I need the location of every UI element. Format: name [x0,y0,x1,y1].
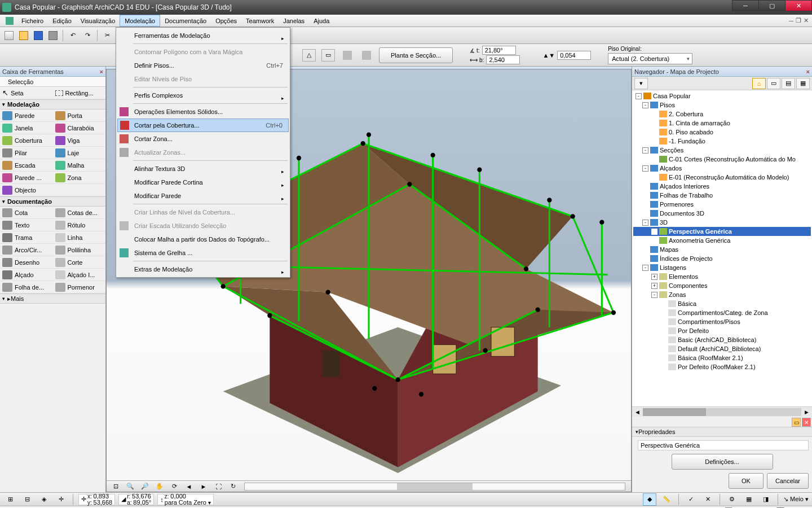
menu-documentação[interactable]: Documentação [160,15,211,27]
grid-toggle[interactable]: ⊞ [3,493,17,506]
mdi-restore-button[interactable]: ❐ [796,17,801,24]
tool-Polilinha[interactable]: Polilinha [53,244,106,256]
tree-item[interactable]: Por Defeito (RoofMaker 2.1) [633,362,811,371]
tool-Arco/Cir...[interactable]: Arco/Cir... [0,244,53,256]
new-button[interactable] [2,29,16,42]
tree-item[interactable]: Pormenores [633,200,811,209]
tree-item[interactable]: Por Defeito [633,326,811,335]
tool-Trama[interactable]: Trama [0,231,53,244]
tree-item[interactable]: -3D [633,218,811,227]
menu-modelação[interactable]: Modelação [120,15,160,27]
arrow-tool[interactable]: ↖Seta [0,87,53,99]
zoom-in-icon[interactable]: 🔍 [123,480,137,493]
menu-item[interactable]: Colocar Malha a partir dos Dados do Topó… [117,233,289,246]
settings-button[interactable]: Definições... [672,454,773,470]
tool-Pilar[interactable]: Pilar [0,147,53,159]
tree-item[interactable]: -1. Fundação [633,137,811,146]
close-icon[interactable]: × [806,68,810,75]
view-name-field[interactable]: Perspectiva Genérica [638,440,809,450]
tree-item[interactable]: 0. Piso acabado [633,128,811,137]
tree-item[interactable]: Folhas de Trabalho [633,191,811,200]
tool-icon-2[interactable] [360,49,373,62]
tool-Cota[interactable]: Cota [0,207,53,219]
tree-item[interactable]: Basic (ArchiCAD_Biblioteca) [633,335,811,344]
tree-item[interactable]: Documentos 3D [633,209,811,218]
menu-item[interactable]: Sistema de Grelha ... [117,246,289,260]
ok-button[interactable]: OK [729,473,764,489]
tool-Cobertura[interactable]: Cobertura [0,134,53,147]
tool-Porta[interactable]: Porta [53,110,106,122]
tree-item[interactable]: +Elementos [633,272,811,281]
tool-Parede[interactable]: Parede [0,110,53,122]
section-method-button[interactable]: △ [302,49,316,62]
tool-Desenho[interactable]: Desenho [0,256,53,269]
gear-icon[interactable]: ⚙ [725,493,739,506]
model-icon[interactable]: ◨ [759,493,773,506]
tool-Zona[interactable]: Zona [53,172,106,184]
undo-button[interactable]: ↶ [66,29,80,42]
menu-edição[interactable]: Edição [48,15,76,27]
fit-icon[interactable]: ⛶ [211,480,225,493]
dist-field[interactable]: 2,540 [486,55,520,64]
menu-visualização[interactable]: Visualização [76,15,120,27]
prev-view-icon[interactable]: ◄ [182,480,196,493]
doc-category[interactable]: Documentação [0,196,105,207]
tool-Alçado[interactable]: Alçado [0,269,53,281]
menu-opções[interactable]: Opções [211,15,241,27]
tool-Clarabóia[interactable]: Clarabóia [53,122,106,134]
model-category[interactable]: Modelação [0,99,105,110]
menu-item[interactable]: Extras de Modelação [117,262,289,276]
menu-ajuda[interactable]: Ajuda [309,15,334,27]
tool-Laje[interactable]: Laje [53,147,106,159]
mdi-close-button[interactable]: ✕ [804,17,809,24]
tree-scrollbar[interactable]: ◄► [632,406,812,417]
polar-coords[interactable]: ◢ r: 53,676a: 89,05° [118,494,154,505]
menu-janelas[interactable]: Janelas [279,15,309,27]
properties-header[interactable]: Propriedades [632,427,812,437]
display-mode-button[interactable]: ▭ [321,49,335,62]
marquee-tool[interactable]: Rectâng... [53,87,106,99]
tool-Cotas de...[interactable]: Cotas de... [53,207,106,219]
refresh-icon[interactable]: ↻ [226,480,240,493]
maximize-button[interactable]: ▢ [758,0,785,11]
snap-toggle[interactable]: ⊟ [20,493,34,506]
toolbox-header[interactable]: Caixa de Ferramentas× [0,67,105,77]
select-row[interactable]: Selecção [0,77,105,87]
tool-Escada[interactable]: Escada [0,159,53,172]
cut-button[interactable]: ✂ [100,29,114,42]
offset-field[interactable]: 0,054 [557,51,591,60]
floor-combo[interactable]: Actual (2. Cobertura) [608,53,692,64]
menu-item[interactable]: Ferramentas de Modelação [117,29,289,42]
floor-plan-section-button[interactable]: Planta e Secção... [379,47,453,63]
menu-teamwork[interactable]: Teamwork [241,15,279,27]
close-button[interactable]: ✕ [785,0,812,11]
origin-button[interactable]: ✛ [54,493,68,506]
xy-coords[interactable]: ✛ x: 0,893y: 53,668 [78,494,115,505]
tree-item[interactable]: Compartimentos/Categ. de Zona [633,308,811,317]
menu-item[interactable]: Definir Pisos...Ctrl+7 [117,59,289,72]
menu-item[interactable]: Alinhar Textura 3D [117,162,289,176]
tree-item[interactable]: Perspectiva Genérica [633,227,811,236]
tree-item[interactable]: C-01 Cortes (Reconstrução Automática do … [633,155,811,164]
tree-item[interactable]: Axonometria Genérica [633,236,811,245]
tool-Rótulo[interactable]: Rótulo [53,219,106,231]
view-scrollbar[interactable] [244,483,625,491]
pan-icon[interactable]: ✋ [153,480,166,493]
navigator-header[interactable]: Navegador - Mapa de Projecto× [632,67,812,77]
menu-item[interactable]: Perfis Complexos [117,89,289,102]
menu-item[interactable]: Operações Elementos Sólidos... [117,105,289,119]
zoom-out-icon[interactable]: 🔎 [138,480,152,493]
z-coord[interactable]: ↕ z: 0,000para Cota Zero ▾ [157,494,213,505]
nav-tab-view[interactable]: ▭ [767,78,780,89]
tool-icon-1[interactable] [341,49,354,62]
tree-item[interactable]: E-01 (Reconstrução Automática do Modelo) [633,173,811,182]
tree-item[interactable]: -Casa Popular [633,91,811,100]
panel-close-button[interactable]: ✕ [802,418,811,427]
cancel-button[interactable]: Cancelar [767,473,809,489]
cancel-op-button[interactable]: ✕ [701,493,714,506]
minimize-button[interactable]: ─ [732,0,759,11]
nav-tab-project[interactable]: ⌂ [752,78,766,89]
measure-button[interactable]: 📏 [660,493,673,506]
next-view-icon[interactable]: ► [197,480,210,493]
tree-item[interactable]: -Alçados [633,164,811,173]
